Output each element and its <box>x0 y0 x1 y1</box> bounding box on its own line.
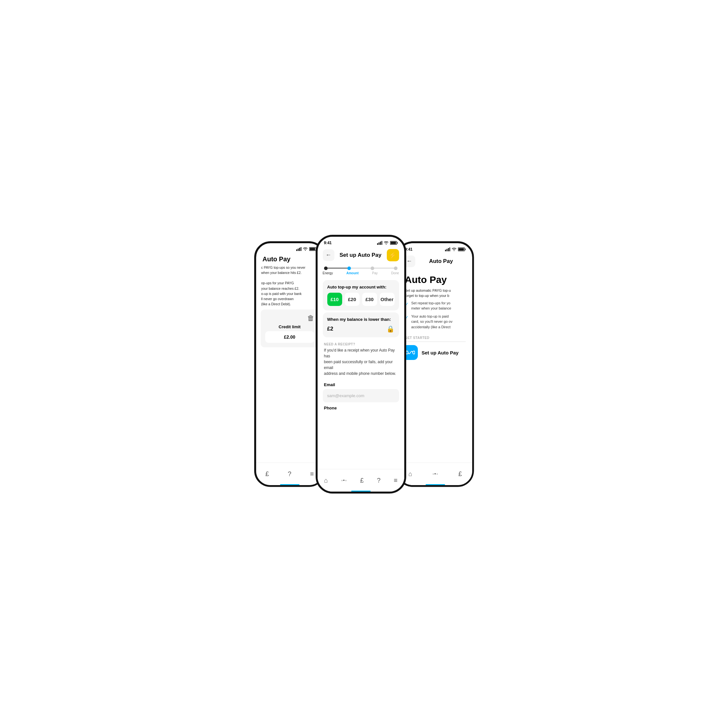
svg-rect-11 <box>381 241 382 245</box>
svg-rect-2 <box>299 248 300 251</box>
svg-rect-18 <box>448 248 449 251</box>
right-nav-usage[interactable]: ◦•◦ <box>433 471 438 476</box>
email-field[interactable]: sam@example.com <box>323 389 399 402</box>
center-nav-home[interactable]: ⌂ <box>324 477 328 484</box>
left-nav-tab-help[interactable]: ? <box>288 470 291 478</box>
amount-options: £10 £20 £30 Other <box>327 293 395 306</box>
step-dot-done <box>394 266 398 270</box>
left-title: Auto Pay <box>256 252 323 265</box>
right-phone: 9:41 <box>396 241 474 487</box>
amount-btn-10[interactable]: £10 <box>327 293 342 306</box>
balance-card-title: When my balance is lower than: <box>327 317 395 322</box>
back-button[interactable]: ← <box>323 249 334 261</box>
balance-row: £2 🔒 <box>327 325 395 333</box>
topup-card-title: Auto top-up my account with: <box>327 284 395 289</box>
left-nav-tab-payments[interactable]: £ <box>266 470 269 478</box>
step-dot-energy <box>324 266 327 270</box>
left-credit-section: 🗑 Credit limit £2.00 <box>261 309 319 347</box>
center-phone: 9:41 <box>316 235 406 494</box>
svg-rect-19 <box>449 248 450 251</box>
step-label-amount: Amount <box>346 271 359 275</box>
center-bottom-indicator <box>351 491 371 492</box>
balance-card: When my balance is lower than: £2 🔒 <box>323 312 399 337</box>
center-nav-menu[interactable]: ≡ <box>394 477 398 484</box>
topup-card: Auto top-up my account with: £10 £20 £30… <box>323 280 399 310</box>
credit-limit-label: Credit limit <box>265 324 314 329</box>
right-nav-payments[interactable]: £ <box>458 470 462 478</box>
svg-rect-14 <box>397 242 398 243</box>
svg-rect-1 <box>298 248 298 251</box>
center-status-icons <box>377 241 398 245</box>
right-description: Set up automatic PAYG top-u forget to to… <box>398 288 472 300</box>
svg-rect-7 <box>309 248 315 250</box>
center-nav-payments[interactable]: £ <box>360 477 364 484</box>
svg-rect-3 <box>300 247 301 251</box>
left-body-text: c PAYG top-ups so you never when your ba… <box>256 265 323 307</box>
phone-label: Phone <box>318 405 404 410</box>
svg-rect-0 <box>296 249 297 251</box>
step-line-1 <box>327 268 347 268</box>
step-labels: Energy Amount Pay Done <box>318 271 404 278</box>
svg-point-20 <box>453 250 454 251</box>
right-header-title: Auto Pay <box>429 258 453 265</box>
email-label: Email <box>318 382 404 387</box>
right-bottom-indicator <box>426 484 445 485</box>
left-status-icons <box>296 247 317 251</box>
step-dot-pay <box>371 266 374 270</box>
credit-value: £2.00 <box>265 331 314 343</box>
check-item-1: ✓ Set repeat top-ups for yo meter when y… <box>398 300 472 314</box>
trash-icon-wrap: 🗑 <box>265 314 314 323</box>
svg-rect-17 <box>446 249 447 251</box>
get-started-label: GET STARTED <box>398 332 472 341</box>
step-dot-amount <box>347 266 351 270</box>
center-title: Set up Auto Pay <box>340 252 382 258</box>
progress-bar <box>318 264 404 271</box>
right-bottom-nav: ⌂ ◦•◦ £ <box>398 462 472 485</box>
center-nav-help[interactable]: ? <box>377 477 380 484</box>
center-bottom-nav: ⌂ ◦•◦ £ ? ≡ <box>318 469 404 492</box>
receipt-heading: NEED A RECEIPT? <box>324 343 398 346</box>
center-wifi-icon <box>384 241 389 245</box>
trash-icon[interactable]: 🗑 <box>307 314 314 323</box>
center-signal-icon <box>377 241 382 245</box>
get-started-divider <box>405 341 466 342</box>
right-wifi-icon <box>451 248 457 251</box>
step-line-3 <box>374 268 394 268</box>
right-nav-home[interactable]: ⌂ <box>408 470 412 478</box>
svg-rect-23 <box>458 248 464 250</box>
right-status-icons <box>445 248 466 251</box>
svg-rect-15 <box>390 242 396 244</box>
right-signal-icon <box>445 248 450 251</box>
right-main-title: Auto Pay <box>398 270 472 288</box>
right-header: ← Auto Pay <box>398 253 472 270</box>
center-status-bar: 9:41 <box>318 237 404 246</box>
amount-btn-other[interactable]: Other <box>380 293 395 306</box>
right-battery-icon <box>458 248 466 251</box>
setup-autopay-button[interactable]: Set up Auto Pay <box>403 345 472 360</box>
step-label-energy: Energy <box>323 271 333 275</box>
svg-point-4 <box>305 250 305 250</box>
bottom-indicator-line <box>280 484 300 485</box>
svg-rect-10 <box>380 242 381 245</box>
svg-rect-22 <box>465 248 465 250</box>
svg-rect-16 <box>445 250 446 251</box>
step-line-2 <box>351 268 371 268</box>
balance-value: £2 <box>327 326 333 332</box>
lock-icon: 🔒 <box>387 325 395 333</box>
amount-btn-30[interactable]: £30 <box>362 293 377 306</box>
svg-rect-8 <box>377 243 378 245</box>
wifi-icon <box>303 247 308 251</box>
left-bottom-nav: £ ? ≡ <box>256 462 323 485</box>
center-header: ← Set up Auto Pay ⚡ <box>318 246 404 264</box>
receipt-body: If you'd like a receipt when your Auto P… <box>324 347 398 376</box>
center-battery-icon <box>390 241 398 245</box>
check-item-2: ✓ Your auto top-up is paid card, so you'… <box>398 314 472 332</box>
scene: Auto Pay c PAYG top-ups so you never whe… <box>219 219 510 510</box>
center-time: 9:41 <box>324 241 332 245</box>
center-nav-usage[interactable]: ◦•◦ <box>341 478 347 483</box>
receipt-section: NEED A RECEIPT? If you'd like a receipt … <box>318 339 404 382</box>
left-nav-tab-menu[interactable]: ≡ <box>310 470 314 478</box>
lightning-button[interactable]: ⚡ <box>387 249 399 261</box>
amount-btn-20[interactable]: £20 <box>345 293 359 306</box>
step-label-pay: Pay <box>372 271 378 275</box>
